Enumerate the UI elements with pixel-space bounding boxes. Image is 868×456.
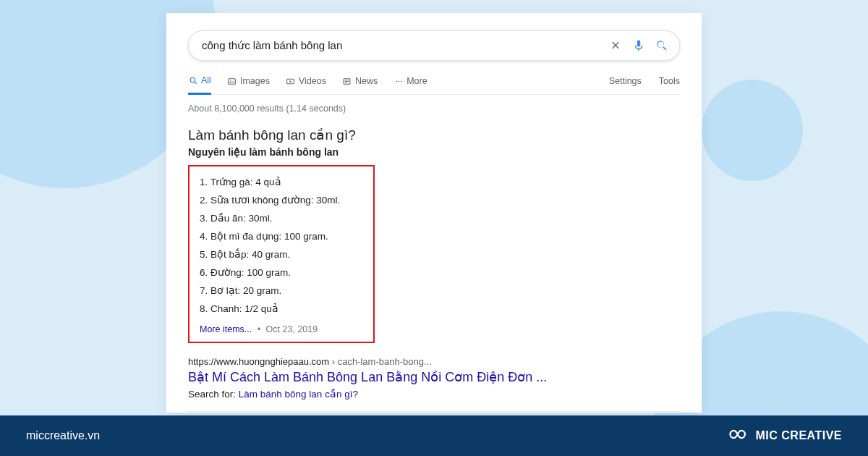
svg-point-9 <box>396 80 397 82</box>
svg-point-11 <box>401 80 402 82</box>
tab-images-label: Images <box>240 76 270 86</box>
search-for-link[interactable]: Làm bánh bông lan cần gì? <box>239 389 358 400</box>
footer-domain: miccreative.vn <box>26 429 100 442</box>
search-input[interactable] <box>202 40 600 52</box>
footer-brand: MIC CREATIVE <box>724 426 842 445</box>
search-for-prefix: Search for: <box>188 389 239 400</box>
images-icon <box>227 76 237 86</box>
svg-line-1 <box>194 81 196 83</box>
footer-brand-text: MIC CREATIVE <box>756 429 842 442</box>
list-item: 5. Bột bắp: 40 gram. <box>200 246 363 264</box>
result-url-host: https://www.huongnghiepaau.com <box>188 356 329 367</box>
tab-more-label: More <box>407 76 427 86</box>
result-title-link[interactable]: Bật Mí Cách Làm Bánh Bông Lan Bằng Nồi C… <box>188 369 680 385</box>
list-item: 4. Bột mì đa dụng: 100 gram. <box>200 228 363 246</box>
result-url[interactable]: https://www.huongnghiepaau.com › cach-la… <box>188 356 680 367</box>
clear-icon[interactable]: × <box>608 38 623 53</box>
svg-point-10 <box>398 80 399 82</box>
tab-images[interactable]: Images <box>227 75 270 94</box>
list-item: 2. Sữa tươi không đường: 30ml. <box>200 192 363 210</box>
ingredient-list: 1. Trứng gà: 4 quả2. Sữa tươi không đườn… <box>200 174 363 318</box>
tab-videos[interactable]: Videos <box>286 75 326 94</box>
search-results-card: × All Images Videos News <box>166 13 702 413</box>
settings-link[interactable]: Settings <box>609 76 642 93</box>
list-item: 8. Chanh: 1/2 quả <box>200 300 363 318</box>
news-icon <box>342 76 352 86</box>
tab-news[interactable]: News <box>342 75 378 94</box>
featured-snippet-title: Làm bánh bông lan cần gì? <box>188 127 680 143</box>
mic-icon[interactable] <box>631 38 646 53</box>
more-items-link[interactable]: More items... <box>200 324 252 334</box>
tools-link[interactable]: Tools <box>659 76 680 93</box>
search-bar[interactable]: × <box>188 30 680 61</box>
more-icon <box>393 76 404 86</box>
result-url-path: › cach-lam-banh-bong... <box>329 356 432 367</box>
organic-result: https://www.huongnghiepaau.com › cach-la… <box>188 356 680 400</box>
tab-all[interactable]: All <box>188 75 211 95</box>
list-item: 3. Dầu ăn: 30ml. <box>200 210 363 228</box>
page-footer: miccreative.vn MIC CREATIVE <box>0 415 868 456</box>
list-item: 6. Đường: 100 gram. <box>200 264 363 282</box>
list-item: 7. Bơ lạt: 20 gram. <box>200 282 363 300</box>
list-item: 1. Trứng gà: 4 quả <box>200 174 363 192</box>
featured-snippet-box: 1. Trứng gà: 4 quả2. Sữa tươi không đườn… <box>188 165 375 343</box>
result-stats: About 8,100,000 results (1.14 seconds) <box>188 104 680 114</box>
tab-all-label: All <box>201 75 211 85</box>
tabs-row: All Images Videos News More Settings Too… <box>188 75 680 95</box>
infinity-logo-icon <box>724 426 749 445</box>
snippet-date: Oct 23, 2019 <box>266 324 318 334</box>
tab-videos-label: Videos <box>299 76 326 86</box>
tab-more[interactable]: More <box>393 75 427 94</box>
featured-snippet-subtitle: Nguyên liệu làm bánh bông lan <box>188 146 680 158</box>
tab-news-label: News <box>355 76 378 86</box>
search-icon[interactable] <box>655 38 669 53</box>
all-icon <box>188 75 198 85</box>
videos-icon <box>286 76 296 86</box>
